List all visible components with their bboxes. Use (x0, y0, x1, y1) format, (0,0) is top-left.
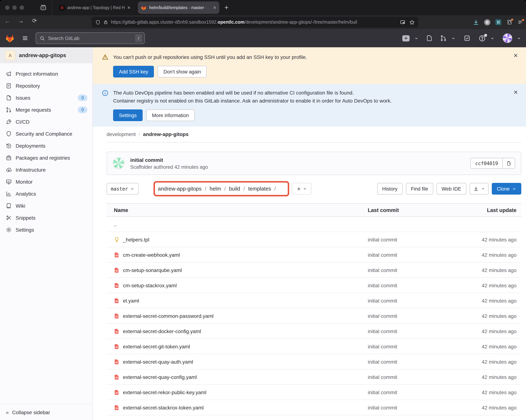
sidebar-item-issues[interactable]: Issues0 (0, 92, 92, 104)
extensions-puzzle-icon[interactable] (506, 19, 512, 25)
last-commit-link[interactable]: initial commit (368, 267, 397, 273)
file-name-link[interactable]: external-secret-quay-auth.yaml (123, 359, 193, 365)
chevron-down-icon[interactable] (517, 36, 521, 40)
shield-permissions-icon[interactable] (95, 20, 101, 25)
sidebar-item-deployments[interactable]: Deployments (0, 140, 92, 152)
path-segment[interactable]: build (229, 186, 240, 192)
find-file-button[interactable]: Find file (406, 183, 433, 195)
file-name-link[interactable]: external-secret-git-token.yaml (123, 343, 190, 349)
web-ide-button[interactable]: Web IDE (436, 183, 466, 195)
zoom-window-button[interactable] (20, 5, 24, 10)
sidebar-item-packages-and-registries[interactable]: Packages and registries (0, 152, 92, 164)
last-commit-link[interactable]: initial commit (368, 328, 397, 334)
more-information-button[interactable]: More information (146, 110, 195, 121)
close-window-button[interactable] (5, 5, 10, 10)
sidebar-item-merge-requests[interactable]: Merge requests0 (0, 104, 92, 116)
address-bar[interactable]: https://gitlab-gitlab.apps.cluster-d5nh9… (92, 17, 418, 28)
add-ssh-key-button[interactable]: Add SSH key (113, 66, 154, 78)
last-commit-link[interactable]: initial commit (368, 282, 397, 288)
chevron-down-icon[interactable] (414, 36, 418, 40)
download-source-button[interactable] (469, 183, 488, 195)
clone-button[interactable]: Clone (492, 183, 521, 195)
sidebar-item-settings[interactable]: Settings (0, 224, 92, 236)
sidebar-project-header[interactable]: A andrew-app-gitops (0, 47, 92, 63)
tab-gitlab-templates[interactable]: helm/build/templates · master · ✕ (138, 1, 219, 14)
extension-teal-icon[interactable] (496, 19, 501, 25)
yaml-file-icon (114, 252, 120, 258)
back-button[interactable]: ← (3, 18, 12, 25)
picture-in-picture-icon[interactable] (400, 20, 405, 25)
file-name-link[interactable]: cm-setup-sonarqube.yaml (123, 267, 182, 273)
last-commit-link[interactable]: initial commit (368, 389, 397, 395)
help-icon[interactable] (479, 35, 486, 42)
file-name-link[interactable]: _helpers.tpl (123, 237, 149, 242)
file-name-link[interactable]: external-secret-rekor-public-key.yaml (123, 389, 206, 395)
last-commit-link[interactable]: initial commit (368, 405, 397, 410)
file-name-link[interactable]: .. (114, 221, 117, 227)
search-input[interactable]: Search GitLab / (36, 32, 145, 44)
chevron-down-icon[interactable] (490, 36, 494, 40)
bookmark-star-icon[interactable] (409, 20, 415, 25)
user-avatar[interactable] (503, 33, 512, 43)
minimize-window-button[interactable] (12, 5, 17, 10)
last-commit-link[interactable]: initial commit (368, 374, 397, 380)
todo-list-icon[interactable] (464, 35, 470, 41)
new-menu-icon[interactable] (402, 35, 410, 41)
collapse-sidebar-button[interactable]: « Collapse sidebar (0, 404, 92, 420)
last-commit-link[interactable]: initial commit (368, 313, 397, 319)
issues-shortcut-icon[interactable] (426, 35, 433, 41)
sidebar-item-ci-cd[interactable]: CI/CD (0, 116, 92, 128)
history-button[interactable]: History (377, 183, 403, 195)
add-file-button[interactable] (292, 183, 311, 195)
branch-selector[interactable]: master (107, 183, 139, 195)
sidebar-item-analytics[interactable]: Analytics (0, 188, 92, 200)
last-commit-link[interactable]: initial commit (368, 298, 397, 303)
traffic-lights[interactable] (5, 5, 24, 10)
last-commit-link[interactable]: initial commit (368, 237, 397, 242)
file-name-link[interactable]: external-secret-docker-config.yaml (123, 328, 201, 334)
sidebar-item-monitor[interactable]: Monitor (0, 176, 92, 188)
breadcrumb-project[interactable]: andrew-app-gitops (143, 131, 188, 137)
file-name-link[interactable]: external-secret-stackrox-token.yaml (123, 405, 204, 410)
lock-icon[interactable] (103, 20, 108, 25)
forward-button[interactable]: → (16, 18, 25, 25)
merge-requests-shortcut-icon[interactable] (440, 35, 447, 41)
menu-hamburger-icon[interactable] (22, 35, 28, 41)
sidebar-item-wiki[interactable]: Wiki (0, 200, 92, 212)
close-icon[interactable]: ✕ (514, 89, 518, 96)
chevron-down-icon[interactable] (451, 36, 455, 40)
close-tab-icon[interactable]: ✕ (213, 6, 216, 10)
browser-menu-icon[interactable] (517, 20, 523, 25)
file-name-link[interactable]: cm-setup-stackrox.yaml (123, 282, 177, 288)
downloads-icon[interactable] (473, 19, 479, 25)
sidebar-item-repository[interactable]: Repository (0, 80, 92, 92)
file-name-link[interactable]: external-secret-common-password.yaml (123, 313, 213, 319)
file-name-link[interactable]: cm-create-webhook.yaml (123, 252, 180, 258)
extension-b-icon[interactable]: B (484, 19, 490, 25)
sidebar-item-snippets[interactable]: Snippets (0, 212, 92, 224)
settings-button[interactable]: Settings (113, 110, 142, 121)
breadcrumb-group-link[interactable]: development (107, 131, 136, 137)
new-tab-button[interactable]: + (224, 4, 228, 12)
file-name-link[interactable]: el.yaml (123, 298, 139, 303)
commit-title-link[interactable]: initial commit (130, 157, 208, 163)
sidebar-item-project-information[interactable]: Project information (0, 68, 92, 80)
sidebar-item-security-and-compliance[interactable]: Security and Compliance (0, 128, 92, 140)
close-tab-icon[interactable]: ✕ (127, 6, 131, 10)
path-segment[interactable]: andrew-app-gitops (158, 186, 202, 192)
gitlab-logo-icon[interactable] (5, 34, 15, 43)
last-update-time: 42 minutes ago (448, 298, 521, 303)
last-commit-link[interactable]: initial commit (368, 252, 397, 258)
file-name-link[interactable]: external-secret-quay-config.yaml (123, 374, 197, 380)
copy-sha-button[interactable] (503, 158, 515, 169)
sidebar-item-infrastructure[interactable]: Infrastructure (0, 164, 92, 176)
path-segment[interactable]: helm (210, 186, 221, 192)
dont-show-again-button[interactable]: Don't show again (158, 66, 207, 78)
tab-andrew-app-topology[interactable]: andrew-app | Topology | Red Ha ✕ (56, 1, 133, 14)
path-segment[interactable]: templates (248, 186, 271, 192)
last-commit-link[interactable]: initial commit (368, 343, 397, 349)
last-commit-link[interactable]: initial commit (368, 359, 397, 365)
reload-button[interactable]: ⟳ (30, 18, 39, 24)
tab-overview-icon[interactable] (40, 4, 47, 11)
close-icon[interactable]: ✕ (514, 52, 518, 59)
